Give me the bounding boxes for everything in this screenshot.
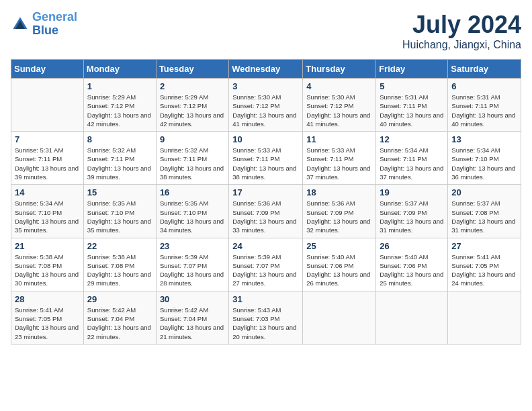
day-info: Sunrise: 5:39 AMSunset: 7:07 PMDaylight:…: [160, 253, 225, 288]
day-number: 8: [87, 134, 152, 144]
calendar-cell: 16Sunrise: 5:35 AMSunset: 7:10 PMDayligh…: [156, 185, 228, 238]
day-number: 12: [380, 134, 444, 144]
day-info: Sunrise: 5:43 AMSunset: 7:03 PMDaylight:…: [232, 306, 299, 341]
day-info: Sunrise: 5:41 AMSunset: 7:05 PMDaylight:…: [15, 306, 80, 341]
calendar-cell: 26Sunrise: 5:40 AMSunset: 7:06 PMDayligh…: [376, 238, 448, 291]
calendar-cell: 21Sunrise: 5:38 AMSunset: 7:08 PMDayligh…: [11, 238, 84, 291]
day-info: Sunrise: 5:42 AMSunset: 7:04 PMDaylight:…: [160, 306, 225, 341]
day-number: 19: [380, 187, 444, 197]
day-info: Sunrise: 5:36 AMSunset: 7:09 PMDaylight:…: [306, 199, 372, 234]
day-number: 18: [306, 187, 372, 197]
calendar-cell: 28Sunrise: 5:41 AMSunset: 7:05 PMDayligh…: [11, 291, 84, 344]
calendar-cell: 13Sunrise: 5:34 AMSunset: 7:10 PMDayligh…: [448, 132, 521, 185]
day-info: Sunrise: 5:40 AMSunset: 7:06 PMDaylight:…: [306, 253, 372, 288]
day-info: Sunrise: 5:42 AMSunset: 7:04 PMDaylight:…: [87, 306, 152, 341]
weekday-header-row: SundayMondayTuesdayWednesdayThursdayFrid…: [11, 60, 521, 79]
day-number: 2: [160, 81, 225, 91]
calendar-week-2: 7Sunrise: 5:31 AMSunset: 7:11 PMDaylight…: [11, 132, 521, 185]
day-number: 22: [87, 241, 152, 251]
location: Huichang, Jiangxi, China: [402, 39, 521, 51]
day-number: 21: [15, 241, 80, 251]
calendar-cell: 12Sunrise: 5:34 AMSunset: 7:11 PMDayligh…: [376, 132, 448, 185]
day-number: 24: [232, 241, 299, 251]
weekday-header-thursday: Thursday: [303, 60, 376, 79]
day-info: Sunrise: 5:38 AMSunset: 7:08 PMDaylight:…: [15, 253, 80, 288]
day-number: 14: [15, 187, 80, 197]
calendar-cell: 22Sunrise: 5:38 AMSunset: 7:08 PMDayligh…: [83, 238, 156, 291]
day-number: 30: [160, 294, 225, 304]
calendar-week-4: 21Sunrise: 5:38 AMSunset: 7:08 PMDayligh…: [11, 238, 521, 291]
weekday-header-monday: Monday: [83, 60, 156, 79]
calendar-cell: 20Sunrise: 5:37 AMSunset: 7:08 PMDayligh…: [448, 185, 521, 238]
day-number: 28: [15, 294, 80, 304]
calendar-cell: 25Sunrise: 5:40 AMSunset: 7:06 PMDayligh…: [303, 238, 376, 291]
logo-text: General Blue: [32, 11, 77, 38]
day-info: Sunrise: 5:37 AMSunset: 7:09 PMDaylight:…: [380, 199, 444, 234]
day-info: Sunrise: 5:29 AMSunset: 7:12 PMDaylight:…: [87, 93, 152, 128]
day-number: 15: [87, 187, 152, 197]
day-info: Sunrise: 5:35 AMSunset: 7:10 PMDaylight:…: [160, 199, 225, 234]
day-info: Sunrise: 5:34 AMSunset: 7:10 PMDaylight:…: [15, 199, 80, 234]
day-number: 29: [87, 294, 152, 304]
calendar-cell: 24Sunrise: 5:39 AMSunset: 7:07 PMDayligh…: [229, 238, 303, 291]
calendar-cell: 11Sunrise: 5:33 AMSunset: 7:11 PMDayligh…: [303, 132, 376, 185]
calendar-cell: [448, 291, 521, 344]
day-info: Sunrise: 5:31 AMSunset: 7:11 PMDaylight:…: [380, 93, 444, 128]
logo: General Blue: [11, 11, 77, 38]
day-info: Sunrise: 5:31 AMSunset: 7:11 PMDaylight:…: [15, 146, 80, 181]
calendar-cell: 27Sunrise: 5:41 AMSunset: 7:05 PMDayligh…: [448, 238, 521, 291]
calendar-cell: 23Sunrise: 5:39 AMSunset: 7:07 PMDayligh…: [156, 238, 228, 291]
logo-icon: [11, 15, 30, 34]
day-info: Sunrise: 5:30 AMSunset: 7:12 PMDaylight:…: [306, 93, 372, 128]
day-info: Sunrise: 5:29 AMSunset: 7:12 PMDaylight:…: [160, 93, 225, 128]
day-number: 3: [232, 81, 299, 91]
calendar-cell: 3Sunrise: 5:30 AMSunset: 7:12 PMDaylight…: [229, 79, 303, 132]
calendar-week-1: 1Sunrise: 5:29 AMSunset: 7:12 PMDaylight…: [11, 79, 521, 132]
day-info: Sunrise: 5:35 AMSunset: 7:10 PMDaylight:…: [87, 199, 152, 234]
day-number: 20: [451, 187, 517, 197]
calendar-cell: [376, 291, 448, 344]
day-info: Sunrise: 5:38 AMSunset: 7:08 PMDaylight:…: [87, 253, 152, 288]
calendar-cell: 30Sunrise: 5:42 AMSunset: 7:04 PMDayligh…: [156, 291, 228, 344]
calendar-cell: 18Sunrise: 5:36 AMSunset: 7:09 PMDayligh…: [303, 185, 376, 238]
calendar-cell: 8Sunrise: 5:32 AMSunset: 7:11 PMDaylight…: [83, 132, 156, 185]
title-block: July 2024 Huichang, Jiangxi, China: [402, 11, 521, 51]
calendar-cell: [303, 291, 376, 344]
calendar-table: SundayMondayTuesdayWednesdayThursdayFrid…: [11, 59, 521, 345]
calendar-cell: 5Sunrise: 5:31 AMSunset: 7:11 PMDaylight…: [376, 79, 448, 132]
calendar-cell: 29Sunrise: 5:42 AMSunset: 7:04 PMDayligh…: [83, 291, 156, 344]
calendar-week-5: 28Sunrise: 5:41 AMSunset: 7:05 PMDayligh…: [11, 291, 521, 344]
calendar-cell: 6Sunrise: 5:31 AMSunset: 7:11 PMDaylight…: [448, 79, 521, 132]
calendar-cell: 19Sunrise: 5:37 AMSunset: 7:09 PMDayligh…: [376, 185, 448, 238]
weekday-header-friday: Friday: [376, 60, 448, 79]
day-info: Sunrise: 5:34 AMSunset: 7:10 PMDaylight:…: [451, 146, 517, 181]
calendar-cell: [11, 79, 84, 132]
month-year: July 2024: [402, 11, 521, 39]
calendar-cell: 15Sunrise: 5:35 AMSunset: 7:10 PMDayligh…: [83, 185, 156, 238]
weekday-header-saturday: Saturday: [448, 60, 521, 79]
day-info: Sunrise: 5:33 AMSunset: 7:11 PMDaylight:…: [306, 146, 372, 181]
calendar-cell: 17Sunrise: 5:36 AMSunset: 7:09 PMDayligh…: [229, 185, 303, 238]
day-info: Sunrise: 5:41 AMSunset: 7:05 PMDaylight:…: [451, 253, 517, 288]
calendar-cell: 1Sunrise: 5:29 AMSunset: 7:12 PMDaylight…: [83, 79, 156, 132]
day-number: 27: [451, 241, 517, 251]
day-number: 4: [306, 81, 372, 91]
page-header: General Blue July 2024 Huichang, Jiangxi…: [11, 11, 521, 51]
day-info: Sunrise: 5:37 AMSunset: 7:08 PMDaylight:…: [451, 199, 517, 234]
day-number: 17: [232, 187, 299, 197]
day-info: Sunrise: 5:31 AMSunset: 7:11 PMDaylight:…: [451, 93, 517, 128]
calendar-cell: 2Sunrise: 5:29 AMSunset: 7:12 PMDaylight…: [156, 79, 228, 132]
day-number: 26: [380, 241, 444, 251]
day-number: 7: [15, 134, 80, 144]
day-info: Sunrise: 5:30 AMSunset: 7:12 PMDaylight:…: [232, 93, 299, 128]
calendar-cell: 4Sunrise: 5:30 AMSunset: 7:12 PMDaylight…: [303, 79, 376, 132]
day-info: Sunrise: 5:39 AMSunset: 7:07 PMDaylight:…: [232, 253, 299, 288]
day-number: 10: [232, 134, 299, 144]
day-number: 11: [306, 134, 372, 144]
weekday-header-sunday: Sunday: [11, 60, 84, 79]
calendar-cell: 10Sunrise: 5:33 AMSunset: 7:11 PMDayligh…: [229, 132, 303, 185]
day-number: 13: [451, 134, 517, 144]
day-info: Sunrise: 5:40 AMSunset: 7:06 PMDaylight:…: [380, 253, 444, 288]
day-number: 16: [160, 187, 225, 197]
day-number: 9: [160, 134, 225, 144]
